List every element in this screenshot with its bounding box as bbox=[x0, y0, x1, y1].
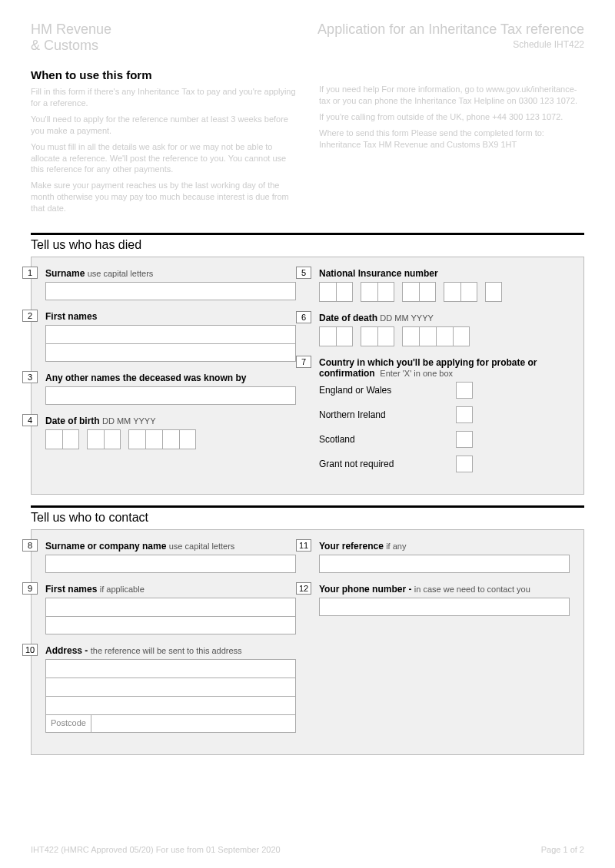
field-number: 5 bbox=[296, 267, 311, 279]
field-number: 2 bbox=[22, 310, 38, 322]
section2-rule bbox=[31, 505, 584, 508]
dob-boxes[interactable] bbox=[45, 429, 296, 449]
section1-panel: 1 Surname use capital letters 2 First na… bbox=[31, 257, 584, 495]
address-line2[interactable] bbox=[45, 678, 296, 696]
field-label: Your phone number - in case we need to c… bbox=[319, 584, 570, 595]
field-firstnames: 2 First names bbox=[45, 311, 296, 362]
field-country: 7 Country in which you'll be applying fo… bbox=[319, 357, 570, 472]
field-phone: 12 Your phone number - in case we need t… bbox=[319, 584, 570, 616]
intro-right-p1: If you need help For more information, g… bbox=[319, 84, 584, 107]
field-reference: 11 Your reference if any bbox=[319, 541, 570, 573]
field-number: 11 bbox=[296, 539, 311, 552]
document-title: Application for an Inheritance Tax refer… bbox=[317, 22, 584, 38]
hmrc-logo: HM Revenue & Customs bbox=[31, 22, 111, 53]
section1-rule bbox=[31, 233, 584, 235]
field-number: 10 bbox=[22, 644, 38, 656]
field-label: Your reference if any bbox=[319, 541, 570, 552]
phone-input[interactable] bbox=[319, 598, 570, 616]
field-label: Surname use capital letters bbox=[45, 268, 296, 279]
field-number: 6 bbox=[296, 311, 311, 323]
field-number: 7 bbox=[296, 356, 311, 368]
address-line3[interactable] bbox=[45, 696, 296, 714]
checkbox-england[interactable] bbox=[456, 382, 473, 399]
footer-right: Page 1 of 2 bbox=[541, 845, 584, 854]
field-othernames: 3 Any other names the deceased was known… bbox=[45, 373, 296, 405]
nino-boxes[interactable] bbox=[319, 282, 570, 302]
field-surname: 1 Surname use capital letters bbox=[45, 268, 296, 300]
checkbox-grant[interactable] bbox=[456, 456, 473, 472]
field-dob: 4 Date of birth DD MM YYYY bbox=[45, 416, 296, 449]
othernames-input[interactable] bbox=[45, 386, 296, 405]
field-contact-surname: 8 Surname or company name use capital le… bbox=[45, 541, 296, 573]
intro-right-p3: Where to send this form Please send the … bbox=[319, 128, 584, 151]
section1-right: 5 National Insurance number 6 Date of de… bbox=[319, 268, 570, 483]
intro-block: When to use this form Fill in this form … bbox=[31, 68, 584, 218]
logo-line1: HM Revenue bbox=[31, 22, 111, 38]
field-label: Date of birth DD MM YYYY bbox=[45, 416, 296, 426]
field-number: 12 bbox=[296, 582, 311, 595]
intro-heading: When to use this form bbox=[31, 68, 296, 81]
reference-input[interactable] bbox=[319, 555, 570, 573]
section2-left: 8 Surname or company name use capital le… bbox=[45, 541, 296, 744]
postcode-input[interactable] bbox=[91, 714, 296, 733]
field-number: 9 bbox=[22, 582, 38, 595]
intro-right-p2: If you're calling from outside of the UK… bbox=[319, 111, 584, 123]
intro-p1: Fill in this form if there's any Inherit… bbox=[31, 86, 296, 109]
postcode-label: Postcode bbox=[45, 714, 91, 733]
intro-left: When to use this form Fill in this form … bbox=[31, 68, 296, 218]
section2-right: 11 Your reference if any 12 Your phone n… bbox=[319, 541, 570, 744]
field-label: Address - the reference will be sent to … bbox=[45, 645, 296, 656]
header: HM Revenue & Customs Application for an … bbox=[31, 22, 584, 53]
country-option-scotland: Scotland bbox=[319, 431, 473, 448]
field-address: 10 Address - the reference will be sent … bbox=[45, 645, 296, 733]
checkbox-scotland[interactable] bbox=[456, 431, 473, 448]
footer: IHT422 (HMRC Approved 05/20) For use fro… bbox=[31, 845, 584, 854]
surname-input[interactable] bbox=[45, 282, 296, 300]
field-label: Surname or company name use capital lett… bbox=[45, 541, 296, 552]
intro-p4: Make sure your payment reaches us by the… bbox=[31, 180, 296, 214]
section1-left: 1 Surname use capital letters 2 First na… bbox=[45, 268, 296, 483]
field-dod: 6 Date of death DD MM YYYY bbox=[319, 313, 570, 346]
intro-p3: You must fill in all the details we ask … bbox=[31, 141, 296, 176]
field-nino: 5 National Insurance number bbox=[319, 268, 570, 302]
contact-firstnames-line2[interactable] bbox=[45, 616, 296, 634]
document-subtitle: Schedule IHT422 bbox=[317, 39, 584, 50]
intro-right: If you need help For more information, g… bbox=[319, 68, 584, 218]
address-line1[interactable] bbox=[45, 659, 296, 678]
country-option-england: England or Wales bbox=[319, 382, 473, 399]
country-option-grant: Grant not required bbox=[319, 456, 473, 472]
field-label: Date of death DD MM YYYY bbox=[319, 313, 570, 323]
field-label: First names bbox=[45, 311, 296, 322]
document-title-block: Application for an Inheritance Tax refer… bbox=[317, 22, 584, 53]
dod-boxes[interactable] bbox=[319, 326, 570, 346]
field-contact-firstnames: 9 First names if applicable bbox=[45, 584, 296, 634]
field-number: 3 bbox=[22, 371, 38, 383]
field-label: National Insurance number bbox=[319, 268, 570, 279]
footer-left: IHT422 (HMRC Approved 05/20) For use fro… bbox=[31, 845, 281, 854]
logo-line2: & Customs bbox=[31, 38, 111, 54]
field-label: Any other names the deceased was known b… bbox=[45, 373, 296, 383]
section2-panel: 8 Surname or company name use capital le… bbox=[31, 529, 584, 755]
section1-title: Tell us who has died bbox=[31, 238, 584, 252]
section2-title: Tell us who to contact bbox=[31, 511, 584, 525]
field-number: 4 bbox=[22, 414, 38, 426]
field-number: 8 bbox=[22, 539, 38, 552]
checkbox-ni[interactable] bbox=[456, 406, 473, 423]
intro-p2: You'll need to apply for the reference n… bbox=[31, 114, 296, 137]
field-label: Country in which you'll be applying for … bbox=[319, 357, 570, 379]
firstnames-input-line2[interactable] bbox=[45, 343, 296, 362]
contact-firstnames-line1[interactable] bbox=[45, 598, 296, 616]
contact-surname-input[interactable] bbox=[45, 555, 296, 573]
firstnames-input-line1[interactable] bbox=[45, 325, 296, 343]
field-number: 1 bbox=[22, 267, 38, 279]
field-label: First names if applicable bbox=[45, 584, 296, 595]
country-option-ni: Northern Ireland bbox=[319, 406, 473, 423]
